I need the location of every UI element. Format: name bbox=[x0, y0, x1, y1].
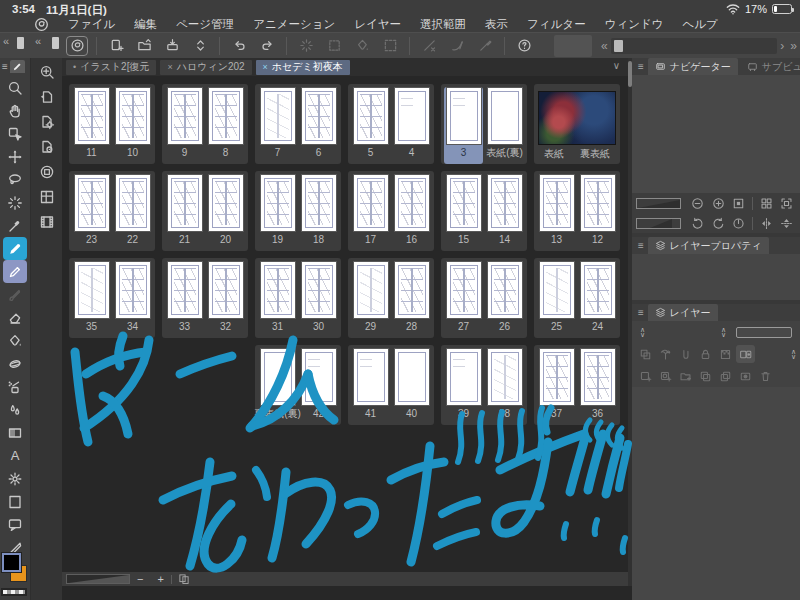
page-37[interactable]: 37 bbox=[537, 348, 576, 425]
open-button[interactable] bbox=[133, 36, 155, 56]
mask-button[interactable] bbox=[736, 367, 755, 385]
tool-figure[interactable] bbox=[3, 467, 27, 490]
page-裏表紙(裏)[interactable]: 裏表紙(裏) bbox=[258, 348, 297, 425]
page-41[interactable]: 41 bbox=[351, 348, 390, 425]
page-10[interactable]: 10 bbox=[113, 87, 152, 164]
spread-19-18[interactable]: 1918 bbox=[255, 171, 341, 251]
collapse-strip-icon[interactable]: « bbox=[35, 35, 41, 47]
doc-tab-ホセデミ初夜本[interactable]: ×ホセデミ初夜本 bbox=[256, 60, 350, 75]
scroll-right-icon[interactable]: › bbox=[777, 39, 787, 53]
zoom-reset-icon[interactable] bbox=[35, 60, 59, 83]
spread-3-表紙(裏)[interactable]: 3表紙(裏) bbox=[441, 84, 527, 164]
spread-33-32[interactable]: 3332 bbox=[162, 258, 248, 338]
navigator-zoom-slider[interactable] bbox=[636, 198, 681, 209]
page-35[interactable]: 35 bbox=[72, 261, 111, 338]
clip-below-button[interactable] bbox=[676, 345, 695, 363]
page-frame-icon[interactable] bbox=[35, 160, 59, 183]
rotate-right-button[interactable] bbox=[709, 215, 727, 232]
strip-drag-handle[interactable] bbox=[52, 37, 59, 49]
menu-表示[interactable]: 表示 bbox=[485, 17, 508, 32]
page-manager-canvas[interactable]: •イラスト2[復元×ハロウィン202×ホセデミ初夜本∨ 11109876543表… bbox=[62, 58, 628, 586]
menu-ヘルプ[interactable]: ヘルプ bbox=[683, 17, 718, 32]
zoom-in-button[interactable] bbox=[709, 195, 727, 212]
pages-icon[interactable] bbox=[178, 573, 190, 585]
mask-stepper[interactable]: ∧∨ bbox=[791, 349, 796, 359]
page-25[interactable]: 25 bbox=[537, 261, 576, 338]
main-color-chip[interactable] bbox=[2, 553, 21, 572]
merge-down-button[interactable] bbox=[716, 367, 735, 385]
page-3[interactable]: 3 bbox=[444, 87, 483, 164]
tiles-button[interactable] bbox=[757, 195, 775, 212]
layer-menu-icon[interactable]: ≡ bbox=[638, 307, 644, 318]
blend-mode-stepper[interactable]: ∧∨ bbox=[640, 327, 645, 337]
fit-screen-button[interactable] bbox=[778, 195, 796, 212]
page-28[interactable]: 28 bbox=[392, 261, 431, 338]
fit-button[interactable] bbox=[730, 195, 748, 212]
spread-23-22[interactable]: 2322 bbox=[69, 171, 155, 251]
tool-hand[interactable] bbox=[3, 99, 27, 122]
layer-property-menu-icon[interactable]: ≡ bbox=[638, 240, 644, 251]
page-6[interactable]: 6 bbox=[299, 87, 338, 164]
page-23[interactable]: 23 bbox=[72, 174, 111, 251]
tool-decoration[interactable] bbox=[3, 352, 27, 375]
tool-text[interactable]: A bbox=[3, 444, 27, 467]
tool-operation[interactable] bbox=[3, 122, 27, 145]
new-layer-button[interactable] bbox=[636, 367, 655, 385]
page-move-button[interactable] bbox=[189, 36, 211, 56]
export-button[interactable] bbox=[161, 36, 183, 56]
spread-9-8[interactable]: 98 bbox=[162, 84, 248, 164]
collapse-left-icon[interactable]: « bbox=[3, 35, 9, 47]
tool-frame[interactable] bbox=[3, 490, 27, 513]
scroll-left-icon[interactable]: « bbox=[598, 39, 611, 53]
page-21[interactable]: 21 bbox=[165, 174, 204, 251]
flip-v-button[interactable] bbox=[778, 215, 796, 232]
clip-studio-paint-button[interactable] bbox=[66, 36, 88, 56]
page-17[interactable]: 17 bbox=[351, 174, 390, 251]
page-33[interactable]: 33 bbox=[165, 261, 204, 338]
spread-29-28[interactable]: 2928 bbox=[348, 258, 434, 338]
page-16[interactable]: 16 bbox=[392, 174, 431, 251]
cover-artwork[interactable] bbox=[538, 91, 616, 145]
page-40[interactable]: 40 bbox=[392, 348, 431, 425]
blend-square-button[interactable] bbox=[636, 345, 655, 363]
spread-5-4[interactable]: 54 bbox=[348, 84, 434, 164]
tool-eraser[interactable] bbox=[3, 306, 27, 329]
page-34[interactable]: 34 bbox=[113, 261, 152, 338]
page-27[interactable]: 27 bbox=[444, 261, 483, 338]
rotate-left-button[interactable] bbox=[689, 215, 707, 232]
page-18[interactable]: 18 bbox=[299, 174, 338, 251]
spread-17-16[interactable]: 1716 bbox=[348, 171, 434, 251]
page-14[interactable]: 14 bbox=[485, 174, 524, 251]
scroll-far-right-icon[interactable]: » bbox=[787, 39, 800, 53]
menu-選択範囲[interactable]: 選択範囲 bbox=[420, 17, 466, 32]
doc-tab-ハロウィン202[interactable]: ×ハロウィン202 bbox=[160, 60, 251, 75]
page-38[interactable]: 38 bbox=[485, 348, 524, 425]
page-表紙(裏)[interactable]: 表紙(裏) bbox=[485, 87, 524, 164]
layer-property-tab[interactable]: レイヤープロパティ bbox=[648, 237, 769, 254]
menu-ファイル[interactable]: ファイル bbox=[68, 17, 115, 32]
page-grid-icon[interactable] bbox=[35, 185, 59, 208]
page-7[interactable]: 7 bbox=[258, 87, 297, 164]
tool-pencil[interactable] bbox=[3, 260, 27, 283]
spread-7-6[interactable]: 76 bbox=[255, 84, 341, 164]
duplicate-button[interactable] bbox=[696, 367, 715, 385]
tone-button[interactable] bbox=[656, 345, 675, 363]
doc-tab-イラスト2[復元[interactable]: •イラスト2[復元 bbox=[66, 60, 156, 75]
page-39[interactable]: 39 bbox=[444, 348, 483, 425]
spread-21-20[interactable]: 2120 bbox=[162, 171, 248, 251]
new-page-button[interactable] bbox=[105, 36, 127, 56]
transparent-color-bar[interactable] bbox=[1, 588, 27, 596]
spread-27-26[interactable]: 2726 bbox=[441, 258, 527, 338]
close-tab-icon[interactable]: × bbox=[263, 62, 268, 72]
menu-ページ管理[interactable]: ページ管理 bbox=[176, 17, 234, 32]
navigator-rotate-slider[interactable] bbox=[636, 218, 681, 229]
page-13[interactable]: 13 bbox=[537, 174, 576, 251]
scrollbar-handle[interactable] bbox=[614, 40, 623, 52]
page-settings-icon[interactable] bbox=[35, 110, 59, 133]
page-11[interactable]: 11 bbox=[72, 87, 111, 164]
tool-balloon[interactable] bbox=[3, 513, 27, 536]
delete-button[interactable] bbox=[756, 367, 775, 385]
spread-15-14[interactable]: 1514 bbox=[441, 171, 527, 251]
clip-studio-logo-icon[interactable] bbox=[34, 17, 49, 32]
spread-37-36[interactable]: 3736 bbox=[534, 345, 620, 425]
